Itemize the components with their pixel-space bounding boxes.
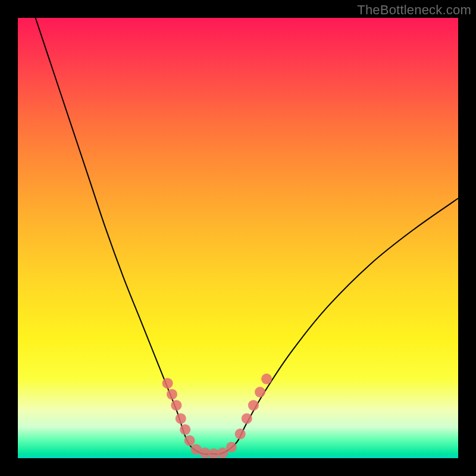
marker-dots <box>162 374 273 458</box>
marker-dot <box>167 389 177 400</box>
curve-line <box>36 18 458 454</box>
marker-dot <box>226 442 237 453</box>
marker-dot <box>171 400 181 411</box>
plot-area <box>18 18 458 458</box>
marker-dot <box>184 435 195 446</box>
chart-frame: TheBottleneck.com <box>0 0 476 476</box>
marker-dot <box>255 387 265 397</box>
marker-dot <box>248 400 259 411</box>
marker-dot <box>235 428 246 439</box>
bottleneck-curve-path <box>36 18 458 454</box>
chart-svg <box>18 18 458 458</box>
marker-dot <box>176 413 186 424</box>
marker-dot <box>162 378 173 389</box>
marker-dot <box>217 447 228 458</box>
watermark-text: TheBottleneck.com <box>357 2 471 18</box>
marker-dot <box>180 424 190 435</box>
marker-dot <box>242 413 252 424</box>
marker-dot <box>261 374 272 384</box>
